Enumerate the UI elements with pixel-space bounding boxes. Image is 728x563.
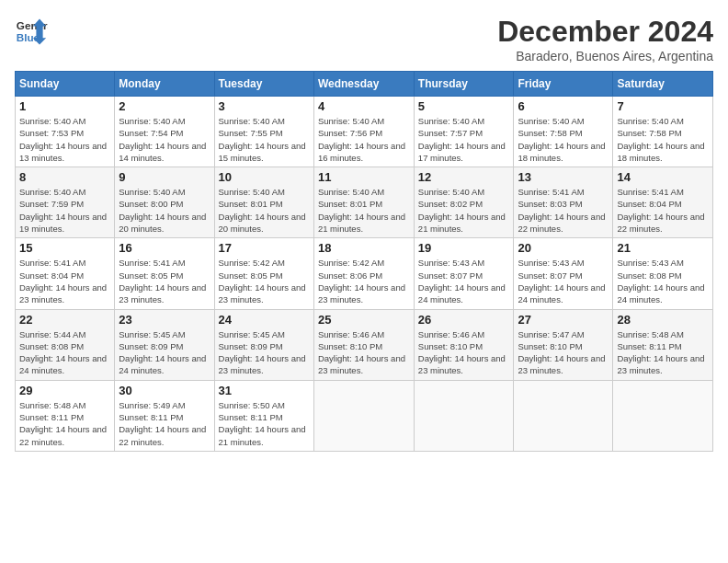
day-detail: Sunrise: 5:42 AMSunset: 8:06 PMDaylight:… (318, 257, 410, 305)
weekday-header-tuesday: Tuesday (214, 72, 313, 97)
calendar-cell: 18Sunrise: 5:42 AMSunset: 8:06 PMDayligh… (313, 238, 414, 309)
calendar-table: SundayMondayTuesdayWednesdayThursdayFrid… (15, 71, 713, 452)
day-number: 30 (119, 384, 210, 397)
day-detail: Sunrise: 5:41 AMSunset: 8:03 PMDaylight:… (518, 186, 609, 235)
day-detail: Sunrise: 5:42 AMSunset: 8:05 PMDaylight:… (219, 257, 310, 305)
calendar-cell: 26Sunrise: 5:46 AMSunset: 8:10 PMDayligh… (414, 309, 514, 380)
calendar-title: December 2024 (497, 15, 713, 49)
day-detail: Sunrise: 5:40 AMSunset: 8:01 PMDaylight:… (219, 186, 310, 235)
day-detail: Sunrise: 5:46 AMSunset: 8:10 PMDaylight:… (418, 328, 510, 377)
day-detail: Sunrise: 5:40 AMSunset: 7:56 PMDaylight:… (318, 115, 410, 164)
day-number: 23 (119, 313, 210, 327)
day-detail: Sunrise: 5:41 AMSunset: 8:04 PMDaylight:… (19, 257, 110, 305)
calendar-cell: 25Sunrise: 5:46 AMSunset: 8:10 PMDayligh… (313, 309, 414, 380)
day-number: 29 (19, 384, 110, 397)
weekday-header-wednesday: Wednesday (313, 72, 414, 97)
day-number: 20 (518, 241, 609, 255)
calendar-cell: 31Sunrise: 5:50 AMSunset: 8:11 PMDayligh… (214, 380, 313, 451)
calendar-cell: 13Sunrise: 5:41 AMSunset: 8:03 PMDayligh… (514, 167, 613, 238)
day-number: 8 (19, 170, 110, 184)
day-number: 13 (518, 170, 609, 184)
day-detail: Sunrise: 5:41 AMSunset: 8:04 PMDaylight:… (617, 186, 709, 235)
calendar-cell: 15Sunrise: 5:41 AMSunset: 8:04 PMDayligh… (16, 238, 115, 309)
day-detail: Sunrise: 5:44 AMSunset: 8:08 PMDaylight:… (19, 328, 110, 377)
weekday-header-monday: Monday (115, 72, 214, 97)
day-number: 12 (418, 170, 510, 184)
day-detail: Sunrise: 5:45 AMSunset: 8:09 PMDaylight:… (119, 328, 210, 377)
day-number: 2 (119, 99, 210, 113)
calendar-cell: 17Sunrise: 5:42 AMSunset: 8:05 PMDayligh… (214, 238, 313, 309)
day-detail: Sunrise: 5:40 AMSunset: 7:59 PMDaylight:… (19, 186, 110, 235)
day-detail: Sunrise: 5:40 AMSunset: 7:54 PMDaylight:… (119, 115, 210, 164)
calendar-cell: 5Sunrise: 5:40 AMSunset: 7:57 PMDaylight… (414, 97, 514, 167)
day-number: 18 (318, 241, 410, 255)
calendar-cell (313, 380, 414, 451)
calendar-cell (414, 380, 514, 451)
day-detail: Sunrise: 5:40 AMSunset: 8:02 PMDaylight:… (418, 186, 510, 235)
calendar-cell: 21Sunrise: 5:43 AMSunset: 8:08 PMDayligh… (613, 238, 713, 309)
calendar-cell: 2Sunrise: 5:40 AMSunset: 7:54 PMDaylight… (115, 97, 214, 167)
day-number: 16 (119, 241, 210, 255)
weekday-header-saturday: Saturday (613, 72, 713, 97)
day-detail: Sunrise: 5:40 AMSunset: 8:00 PMDaylight:… (119, 186, 210, 235)
day-detail: Sunrise: 5:40 AMSunset: 7:55 PMDaylight:… (219, 115, 310, 164)
day-number: 11 (318, 170, 410, 184)
calendar-cell: 6Sunrise: 5:40 AMSunset: 7:58 PMDaylight… (514, 97, 613, 167)
calendar-cell: 7Sunrise: 5:40 AMSunset: 7:58 PMDaylight… (613, 97, 713, 167)
calendar-cell: 24Sunrise: 5:45 AMSunset: 8:09 PMDayligh… (214, 309, 313, 380)
calendar-cell: 9Sunrise: 5:40 AMSunset: 8:00 PMDaylight… (115, 167, 214, 238)
day-number: 10 (219, 170, 310, 184)
calendar-week-4: 22Sunrise: 5:44 AMSunset: 8:08 PMDayligh… (16, 309, 713, 380)
day-number: 9 (119, 170, 210, 184)
day-detail: Sunrise: 5:40 AMSunset: 7:58 PMDaylight:… (518, 115, 609, 164)
day-detail: Sunrise: 5:43 AMSunset: 8:08 PMDaylight:… (617, 257, 709, 305)
day-number: 14 (617, 170, 709, 184)
day-detail: Sunrise: 5:47 AMSunset: 8:10 PMDaylight:… (518, 328, 609, 377)
title-area: December 2024 Baradero, Buenos Aires, Ar… (497, 15, 713, 63)
calendar-cell: 3Sunrise: 5:40 AMSunset: 7:55 PMDaylight… (214, 97, 313, 167)
calendar-cell: 27Sunrise: 5:47 AMSunset: 8:10 PMDayligh… (514, 309, 613, 380)
calendar-cell: 28Sunrise: 5:48 AMSunset: 8:11 PMDayligh… (613, 309, 713, 380)
calendar-cell: 10Sunrise: 5:40 AMSunset: 8:01 PMDayligh… (214, 167, 313, 238)
logo: General Blue (15, 15, 48, 48)
day-number: 19 (418, 241, 510, 255)
day-number: 5 (418, 99, 510, 113)
day-number: 15 (19, 241, 110, 255)
day-number: 24 (219, 313, 310, 327)
day-detail: Sunrise: 5:50 AMSunset: 8:11 PMDaylight:… (219, 399, 310, 448)
calendar-subtitle: Baradero, Buenos Aires, Argentina (497, 49, 713, 63)
calendar-cell: 8Sunrise: 5:40 AMSunset: 7:59 PMDaylight… (16, 167, 115, 238)
day-number: 21 (617, 241, 709, 255)
calendar-cell: 16Sunrise: 5:41 AMSunset: 8:05 PMDayligh… (115, 238, 214, 309)
day-number: 22 (19, 313, 110, 327)
weekday-header-thursday: Thursday (414, 72, 514, 97)
calendar-week-1: 1Sunrise: 5:40 AMSunset: 7:53 PMDaylight… (16, 97, 713, 167)
calendar-cell (613, 380, 713, 451)
calendar-cell: 11Sunrise: 5:40 AMSunset: 8:01 PMDayligh… (313, 167, 414, 238)
calendar-cell: 30Sunrise: 5:49 AMSunset: 8:11 PMDayligh… (115, 380, 214, 451)
day-detail: Sunrise: 5:40 AMSunset: 7:58 PMDaylight:… (617, 115, 709, 164)
day-number: 6 (518, 99, 609, 113)
calendar-cell (514, 380, 613, 451)
header: General Blue December 2024 Baradero, Bue… (15, 15, 713, 63)
day-number: 4 (318, 99, 410, 113)
day-detail: Sunrise: 5:45 AMSunset: 8:09 PMDaylight:… (219, 328, 310, 377)
day-number: 1 (19, 99, 110, 113)
day-number: 28 (617, 313, 709, 327)
day-detail: Sunrise: 5:40 AMSunset: 8:01 PMDaylight:… (318, 186, 410, 235)
calendar-cell: 4Sunrise: 5:40 AMSunset: 7:56 PMDaylight… (313, 97, 414, 167)
calendar-cell: 14Sunrise: 5:41 AMSunset: 8:04 PMDayligh… (613, 167, 713, 238)
logo-icon: General Blue (15, 15, 48, 48)
calendar-cell: 23Sunrise: 5:45 AMSunset: 8:09 PMDayligh… (115, 309, 214, 380)
calendar-cell: 22Sunrise: 5:44 AMSunset: 8:08 PMDayligh… (16, 309, 115, 380)
day-detail: Sunrise: 5:41 AMSunset: 8:05 PMDaylight:… (119, 257, 210, 305)
day-detail: Sunrise: 5:43 AMSunset: 8:07 PMDaylight:… (418, 257, 510, 305)
calendar-cell: 29Sunrise: 5:48 AMSunset: 8:11 PMDayligh… (16, 380, 115, 451)
weekday-header-friday: Friday (514, 72, 613, 97)
day-number: 25 (318, 313, 410, 327)
day-detail: Sunrise: 5:46 AMSunset: 8:10 PMDaylight:… (318, 328, 410, 377)
day-number: 17 (219, 241, 310, 255)
weekday-header-sunday: Sunday (16, 72, 115, 97)
day-number: 26 (418, 313, 510, 327)
day-detail: Sunrise: 5:48 AMSunset: 8:11 PMDaylight:… (617, 328, 709, 377)
